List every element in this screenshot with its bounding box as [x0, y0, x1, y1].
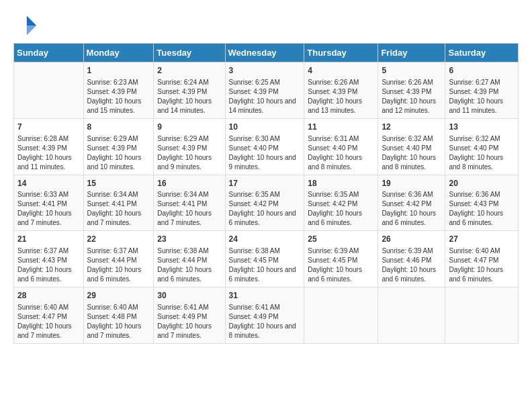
day-cell: 20Sunrise: 6:36 AM Sunset: 4:43 PM Dayli… — [445, 175, 519, 231]
day-cell: 17Sunrise: 6:35 AM Sunset: 4:42 PM Dayli… — [225, 175, 304, 231]
day-info: Sunrise: 6:41 AM Sunset: 4:49 PM Dayligh… — [229, 303, 301, 340]
day-info: Sunrise: 6:36 AM Sunset: 4:43 PM Dayligh… — [449, 190, 515, 228]
week-row-3: 14Sunrise: 6:33 AM Sunset: 4:41 PM Dayli… — [14, 175, 519, 231]
day-cell: 7Sunrise: 6:28 AM Sunset: 4:39 PM Daylig… — [14, 118, 84, 175]
day-cell: 18Sunrise: 6:35 AM Sunset: 4:42 PM Dayli… — [304, 175, 378, 231]
day-info: Sunrise: 6:29 AM Sunset: 4:39 PM Dayligh… — [87, 134, 150, 172]
day-info: Sunrise: 6:32 AM Sunset: 4:40 PM Dayligh… — [382, 134, 441, 172]
day-number: 26 — [382, 234, 441, 245]
day-cell — [445, 287, 519, 344]
week-row-4: 21Sunrise: 6:37 AM Sunset: 4:43 PM Dayli… — [14, 231, 519, 287]
day-info: Sunrise: 6:25 AM Sunset: 4:39 PM Dayligh… — [229, 78, 301, 116]
day-number: 7 — [17, 122, 80, 133]
day-cell: 16Sunrise: 6:34 AM Sunset: 4:41 PM Dayli… — [154, 175, 225, 231]
day-number: 11 — [308, 122, 374, 133]
page-header — [13, 13, 519, 38]
day-info: Sunrise: 6:27 AM Sunset: 4:39 PM Dayligh… — [449, 78, 515, 116]
header-row: SundayMondayTuesdayWednesdayThursdayFrid… — [14, 44, 519, 62]
day-info: Sunrise: 6:31 AM Sunset: 4:40 PM Dayligh… — [308, 134, 374, 172]
day-cell: 28Sunrise: 6:40 AM Sunset: 4:47 PM Dayli… — [14, 287, 84, 344]
day-cell: 23Sunrise: 6:38 AM Sunset: 4:44 PM Dayli… — [154, 231, 225, 287]
day-info: Sunrise: 6:37 AM Sunset: 4:43 PM Dayligh… — [17, 246, 80, 284]
day-cell: 26Sunrise: 6:39 AM Sunset: 4:46 PM Dayli… — [378, 231, 445, 287]
day-cell: 11Sunrise: 6:31 AM Sunset: 4:40 PM Dayli… — [304, 118, 378, 175]
logo — [13, 13, 40, 38]
day-number: 3 — [229, 65, 301, 77]
day-info: Sunrise: 6:40 AM Sunset: 4:47 PM Dayligh… — [17, 303, 80, 340]
calendar-table: SundayMondayTuesdayWednesdayThursdayFrid… — [13, 43, 519, 344]
day-number: 30 — [157, 290, 221, 302]
day-info: Sunrise: 6:32 AM Sunset: 4:40 PM Dayligh… — [449, 134, 515, 172]
day-cell: 31Sunrise: 6:41 AM Sunset: 4:49 PM Dayli… — [225, 287, 304, 344]
day-info: Sunrise: 6:26 AM Sunset: 4:39 PM Dayligh… — [382, 78, 441, 116]
day-number: 13 — [449, 122, 515, 133]
day-number: 19 — [382, 178, 441, 189]
day-info: Sunrise: 6:35 AM Sunset: 4:42 PM Dayligh… — [308, 190, 374, 228]
day-cell: 24Sunrise: 6:38 AM Sunset: 4:45 PM Dayli… — [225, 231, 304, 287]
day-cell — [378, 287, 445, 344]
day-info: Sunrise: 6:38 AM Sunset: 4:45 PM Dayligh… — [229, 246, 301, 284]
day-info: Sunrise: 6:34 AM Sunset: 4:41 PM Dayligh… — [157, 190, 221, 228]
day-cell: 5Sunrise: 6:26 AM Sunset: 4:39 PM Daylig… — [378, 62, 445, 119]
day-cell: 3Sunrise: 6:25 AM Sunset: 4:39 PM Daylig… — [225, 62, 304, 119]
day-cell: 25Sunrise: 6:39 AM Sunset: 4:45 PM Dayli… — [304, 231, 378, 287]
day-info: Sunrise: 6:41 AM Sunset: 4:49 PM Dayligh… — [157, 303, 221, 340]
day-number: 17 — [229, 178, 301, 189]
day-number: 14 — [17, 178, 80, 189]
day-cell: 2Sunrise: 6:24 AM Sunset: 4:39 PM Daylig… — [154, 62, 225, 119]
day-number: 16 — [157, 178, 221, 189]
day-cell: 8Sunrise: 6:29 AM Sunset: 4:39 PM Daylig… — [83, 118, 154, 175]
day-info: Sunrise: 6:24 AM Sunset: 4:39 PM Dayligh… — [157, 78, 221, 116]
day-info: Sunrise: 6:36 AM Sunset: 4:42 PM Dayligh… — [382, 190, 441, 228]
day-cell: 1Sunrise: 6:23 AM Sunset: 4:39 PM Daylig… — [83, 62, 154, 119]
day-info: Sunrise: 6:40 AM Sunset: 4:47 PM Dayligh… — [449, 246, 515, 284]
day-number: 25 — [308, 234, 374, 245]
day-cell: 6Sunrise: 6:27 AM Sunset: 4:39 PM Daylig… — [445, 62, 519, 119]
day-info: Sunrise: 6:37 AM Sunset: 4:44 PM Dayligh… — [87, 246, 150, 284]
day-number: 15 — [87, 178, 150, 189]
day-number: 9 — [157, 122, 221, 133]
day-info: Sunrise: 6:34 AM Sunset: 4:41 PM Dayligh… — [87, 190, 150, 228]
col-header-thursday: Thursday — [304, 44, 378, 62]
day-info: Sunrise: 6:35 AM Sunset: 4:42 PM Dayligh… — [229, 190, 301, 228]
day-cell: 9Sunrise: 6:29 AM Sunset: 4:39 PM Daylig… — [154, 118, 225, 175]
day-info: Sunrise: 6:38 AM Sunset: 4:44 PM Dayligh… — [157, 246, 221, 284]
day-number: 24 — [229, 234, 301, 245]
col-header-wednesday: Wednesday — [225, 44, 304, 62]
day-number: 4 — [308, 65, 374, 77]
day-cell: 13Sunrise: 6:32 AM Sunset: 4:40 PM Dayli… — [445, 118, 519, 175]
day-number: 29 — [87, 290, 150, 302]
week-row-2: 7Sunrise: 6:28 AM Sunset: 4:39 PM Daylig… — [14, 118, 519, 175]
day-number: 21 — [17, 234, 80, 245]
col-header-saturday: Saturday — [445, 44, 519, 62]
day-number: 10 — [229, 122, 301, 133]
day-number: 27 — [449, 234, 515, 245]
logo-icon — [13, 13, 38, 38]
day-info: Sunrise: 6:30 AM Sunset: 4:40 PM Dayligh… — [229, 134, 301, 172]
day-cell: 21Sunrise: 6:37 AM Sunset: 4:43 PM Dayli… — [14, 231, 84, 287]
day-info: Sunrise: 6:29 AM Sunset: 4:39 PM Dayligh… — [157, 134, 221, 172]
day-number: 31 — [229, 290, 301, 302]
day-cell: 22Sunrise: 6:37 AM Sunset: 4:44 PM Dayli… — [83, 231, 154, 287]
day-number: 28 — [17, 290, 80, 302]
day-number: 1 — [87, 65, 150, 77]
day-cell: 10Sunrise: 6:30 AM Sunset: 4:40 PM Dayli… — [225, 118, 304, 175]
day-info: Sunrise: 6:23 AM Sunset: 4:39 PM Dayligh… — [87, 78, 150, 116]
day-cell — [304, 287, 378, 344]
day-number: 23 — [157, 234, 221, 245]
day-info: Sunrise: 6:28 AM Sunset: 4:39 PM Dayligh… — [17, 134, 80, 172]
day-number: 18 — [308, 178, 374, 189]
day-number: 12 — [382, 122, 441, 133]
day-cell: 12Sunrise: 6:32 AM Sunset: 4:40 PM Dayli… — [378, 118, 445, 175]
day-cell: 27Sunrise: 6:40 AM Sunset: 4:47 PM Dayli… — [445, 231, 519, 287]
day-number: 22 — [87, 234, 150, 245]
svg-marker-0 — [27, 16, 36, 26]
day-cell: 29Sunrise: 6:40 AM Sunset: 4:48 PM Dayli… — [83, 287, 154, 344]
col-header-sunday: Sunday — [14, 44, 84, 62]
day-number: 8 — [87, 122, 150, 133]
day-cell: 15Sunrise: 6:34 AM Sunset: 4:41 PM Dayli… — [83, 175, 154, 231]
day-number: 20 — [449, 178, 515, 189]
col-header-monday: Monday — [83, 44, 154, 62]
week-row-1: 1Sunrise: 6:23 AM Sunset: 4:39 PM Daylig… — [14, 62, 519, 119]
day-info: Sunrise: 6:33 AM Sunset: 4:41 PM Dayligh… — [17, 190, 80, 228]
